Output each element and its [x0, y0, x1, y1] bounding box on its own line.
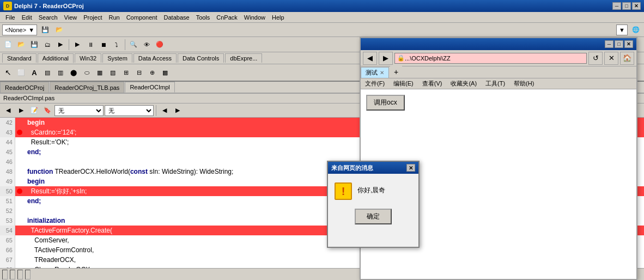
browser-minimize[interactable]: ─ — [605, 40, 613, 48]
tb-pause[interactable]: ⏸ — [84, 39, 96, 51]
comp-9[interactable]: ⊕ — [146, 66, 158, 78]
bp-52 — [15, 206, 24, 216]
menu-bar: File Edit Search View Project Run Compon… — [0, 12, 644, 23]
tb-stop[interactable]: ⏹ — [98, 39, 110, 51]
back-button[interactable]: ◀ — [363, 52, 377, 65]
top-toolbar: <None> ▼ 💾 📂 ▼ 🌐 — [0, 23, 644, 37]
comp-2[interactable]: ▥ — [54, 66, 66, 78]
ed-tb2[interactable]: 🔖 — [41, 105, 53, 117]
bp-48 — [15, 167, 24, 176]
menu-tools[interactable]: Tools — [193, 13, 214, 22]
dialog-box: 来自网页的消息 ✕ ! 你好,晨奇 确定 — [327, 161, 420, 248]
bp-50 — [15, 186, 24, 196]
menu-window[interactable]: Window — [241, 13, 269, 22]
bm-view[interactable]: 查看(V) — [418, 78, 447, 89]
tab-proj[interactable]: ReaderOCProj — [0, 82, 49, 93]
menu-component[interactable]: Component — [123, 13, 161, 22]
tab-data-access[interactable]: Data Access — [133, 53, 177, 63]
minimize-button[interactable]: ─ — [612, 2, 621, 10]
tab-tlb[interactable]: ReaderOCProj_TLB.pas — [50, 82, 124, 93]
forward-button[interactable]: ▶ — [379, 52, 393, 65]
ln-53: 53 — [0, 216, 15, 226]
comp-5[interactable]: ▦ — [94, 66, 106, 78]
comp-6[interactable]: ▧ — [107, 66, 119, 78]
tb-arrow[interactable]: ▶ — [54, 39, 66, 51]
menu-search[interactable]: Search — [35, 13, 61, 22]
window-title: Delphi 7 - ReaderOCProj — [14, 3, 84, 9]
comp-10[interactable]: ▩ — [159, 66, 171, 78]
class-dropdown[interactable]: 无 — [54, 105, 104, 116]
tb-save[interactable]: 💾 — [28, 39, 40, 51]
browser-close[interactable]: ✕ — [624, 40, 633, 48]
bm-help[interactable]: 帮助(H) — [509, 78, 538, 89]
tb-web-btn[interactable]: 🌐 — [630, 24, 642, 36]
combo-none[interactable]: <None> ▼ — [2, 25, 37, 35]
arrow-tool[interactable]: ↖ — [2, 66, 14, 78]
tb-save-all[interactable]: 🗂 — [41, 39, 53, 51]
combo-right[interactable]: ▼ — [616, 25, 628, 35]
ed-tb1[interactable]: 📝 — [28, 105, 40, 117]
method-dropdown[interactable]: 无 — [105, 105, 154, 116]
tab-system[interactable]: System — [102, 53, 132, 63]
call-ocx-button[interactable]: 调用ocx — [366, 95, 405, 111]
frame-btn[interactable]: ⬜ — [15, 66, 27, 78]
tb-open[interactable]: 📂 — [15, 39, 27, 51]
menu-project[interactable]: Project — [80, 13, 105, 22]
refresh-button[interactable]: ↺ — [588, 52, 603, 65]
browser-title-bar: ─ □ ✕ — [361, 38, 636, 50]
browser-tab-close[interactable]: ✕ — [380, 70, 384, 76]
combo-none-text: <None> — [5, 27, 26, 33]
bm-file[interactable]: 文件(F) — [361, 78, 389, 89]
ed-next[interactable]: ▶ — [15, 105, 27, 117]
tb-step[interactable]: ⤵ — [111, 39, 123, 51]
menu-cnpack[interactable]: CnPack — [213, 13, 241, 22]
ed-btn1[interactable]: ◀ — [159, 105, 171, 117]
bm-edit[interactable]: 编辑(E) — [389, 78, 418, 89]
close-button[interactable]: ✕ — [632, 2, 641, 10]
dialog-ok-button[interactable]: 确定 — [355, 209, 392, 224]
tb-inspect[interactable]: 🔍 — [127, 39, 139, 51]
menu-help[interactable]: Help — [269, 13, 288, 22]
tb-watch[interactable]: 👁 — [141, 39, 153, 51]
ed-btn2[interactable]: ▶ — [172, 105, 184, 117]
tab-additional[interactable]: Additional — [38, 53, 74, 63]
comp-4[interactable]: ⬭ — [81, 66, 93, 78]
ln-43: 43 — [0, 127, 15, 137]
bp-53 — [15, 216, 24, 226]
comp-8[interactable]: ⊟ — [133, 66, 145, 78]
text-btn[interactable]: A — [28, 66, 40, 78]
ln-52: 52 — [0, 206, 15, 216]
menu-run[interactable]: Run — [105, 13, 123, 22]
tb-save-btn[interactable]: 💾 — [39, 24, 51, 36]
browser-nav-bar: ◀ ▶ 🔒 ...\OCXDelphi\ZZ ↺ ✕ 🏠 — [361, 50, 636, 66]
tab-win32[interactable]: Win32 — [75, 53, 101, 63]
tb-breakpoints[interactable]: 🔴 — [154, 39, 166, 51]
browser-maximize[interactable]: □ — [615, 40, 623, 48]
menu-edit[interactable]: Edit — [19, 13, 35, 22]
menu-file[interactable]: File — [2, 13, 19, 22]
tab-standard[interactable]: Standard — [2, 53, 37, 63]
menu-database[interactable]: Database — [161, 13, 193, 22]
bm-tools[interactable]: 工具(T) — [481, 78, 509, 89]
tb-new[interactable]: 📄 — [2, 39, 14, 51]
ed-sep — [156, 105, 156, 116]
bp-43 — [15, 127, 24, 137]
tab-data-controls[interactable]: Data Controls — [178, 53, 224, 63]
browser-tab-active[interactable]: 测试 ✕ — [361, 67, 389, 78]
stop-button[interactable]: ✕ — [604, 52, 618, 65]
comp-1[interactable]: ▤ — [41, 66, 53, 78]
new-tab-btn[interactable]: + — [390, 66, 402, 78]
bm-favorites[interactable]: 收藏夹(A) — [446, 78, 481, 89]
maximize-button[interactable]: □ — [622, 2, 631, 10]
comp-7[interactable]: ⊞ — [120, 66, 132, 78]
tab-impl[interactable]: ReaderOCImpl — [125, 82, 174, 93]
tb-run[interactable]: ▶ — [71, 39, 83, 51]
comp-3[interactable]: ⬤ — [68, 66, 80, 78]
dialog-close-button[interactable]: ✕ — [406, 164, 415, 172]
home-button[interactable]: 🏠 — [620, 52, 634, 65]
menu-view[interactable]: View — [61, 13, 81, 22]
address-bar[interactable]: 🔒 ...\OCXDelphi\ZZ — [394, 53, 587, 64]
ed-prev[interactable]: ◀ — [2, 105, 14, 117]
tab-dbexpre[interactable]: dbExpre... — [225, 53, 262, 63]
tb-open-btn[interactable]: 📂 — [53, 24, 65, 36]
